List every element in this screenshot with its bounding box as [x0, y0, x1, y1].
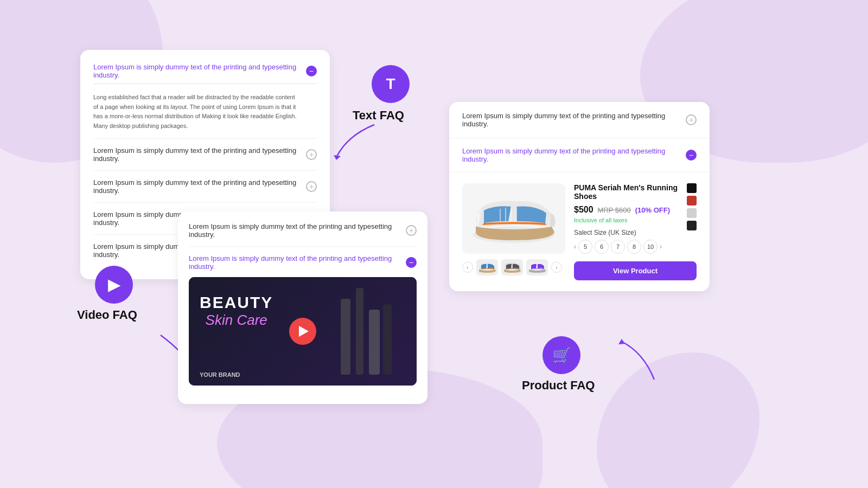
faq-item-2[interactable]: Lorem Ipsum is simply dummy text of the … [93, 139, 317, 171]
svg-rect-5 [383, 304, 392, 375]
price-current: $500 [574, 205, 593, 215]
svg-marker-6 [618, 339, 625, 344]
size-label: Salect Size (UK Size) [574, 229, 697, 236]
product-faq-item-2-active: Lorem Ipsum is simply dummy text of the … [449, 138, 710, 172]
size-btn-5[interactable]: 5 [578, 240, 592, 254]
play-triangle-icon [299, 326, 309, 337]
video-faq-card: Lorem Ipsum is simply dummy text of the … [178, 211, 427, 404]
video-faq-expand-btn-1[interactable]: + [406, 225, 417, 236]
svg-rect-4 [369, 310, 380, 375]
product-faq-question-1: Lorem Ipsum is simply dummy text of the … [462, 112, 686, 128]
product-price-row: $500 MRP $600 (10% OFF) [574, 205, 697, 215]
video-faq-question-1: Lorem Ipsum is simply dummy text of the … [189, 222, 406, 239]
color-swatch-black[interactable] [687, 183, 697, 193]
faq-item-active: Lorem Ipsum is simply dummy text of the … [93, 63, 317, 139]
faq-question-3: Lorem Ipsum is simply dummy text of the … [93, 178, 306, 195]
product-faq-collapse-btn-2[interactable]: − [686, 150, 697, 160]
video-bottles-decoration [330, 282, 395, 386]
size-btn-6[interactable]: 6 [595, 240, 609, 254]
color-swatches [687, 183, 697, 230]
faq-question-2: Lorem Ipsum is simply dummy text of the … [93, 146, 306, 163]
faq-answer-1: Long established fact that a reader will… [93, 93, 317, 131]
video-brand-text: YOUR BRAND [200, 371, 240, 378]
product-name: PUMA Seriah Men's Running Shoes [574, 183, 697, 201]
video-thumbnail: BEAUTY Skin Care YOUR BRAND [189, 277, 417, 386]
product-faq-item-1[interactable]: Lorem Ipsum is simply dummy text of the … [449, 102, 710, 138]
video-faq-collapse-btn-2[interactable]: − [406, 257, 417, 268]
size-buttons: ‹ 5 6 7 8 10 › [574, 240, 697, 254]
size-next-btn[interactable]: › [660, 243, 662, 251]
video-faq-item-1[interactable]: Lorem Ipsum is simply dummy text of the … [189, 222, 417, 247]
text-faq-arrow [331, 119, 380, 163]
color-swatch-gray[interactable] [687, 208, 697, 218]
product-faq-expand-btn-1[interactable]: + [686, 114, 697, 125]
text-icon-letter: T [386, 75, 395, 93]
price-mrp: MRP $600 [598, 206, 631, 214]
faq-expand-btn-3[interactable]: + [306, 181, 317, 192]
price-inclusive: Inclusive of all taxes [574, 217, 697, 223]
product-faq-question-2: Lorem Ipsum is simply dummy text of the … [462, 147, 686, 163]
faq-expand-btn-2[interactable]: + [306, 149, 317, 160]
thumbnail-next-btn[interactable]: › [551, 262, 562, 273]
video-title-skin: Skin Care [200, 312, 273, 329]
video-text-block: BEAUTY Skin Care [200, 293, 273, 329]
product-faq-label: Product FAQ [522, 378, 595, 393]
size-btn-8[interactable]: 8 [627, 240, 641, 254]
svg-rect-3 [356, 288, 363, 375]
text-faq-icon: T [372, 65, 410, 103]
product-faq-arrow [611, 336, 665, 385]
size-btn-10[interactable]: 10 [643, 240, 658, 254]
color-swatch-darkgray[interactable] [687, 221, 697, 230]
faq-collapse-btn-1[interactable]: − [306, 66, 317, 76]
video-icon-symbol: ▶ [108, 276, 120, 294]
view-product-button[interactable]: View Product [574, 261, 697, 280]
product-faq-icon: 🛒 [542, 336, 580, 374]
thumbnail-3[interactable] [526, 259, 548, 275]
video-faq-question-2: Lorem Ipsum is simply dummy text of the … [189, 254, 406, 271]
product-image-section: ‹ [462, 183, 565, 280]
thumbnail-2[interactable] [501, 259, 523, 275]
video-faq-icon: ▶ [95, 266, 133, 304]
color-swatch-red[interactable] [687, 196, 697, 206]
product-info: PUMA Seriah Men's Running Shoes $500 MRP… [574, 183, 697, 280]
thumbnail-1[interactable] [476, 259, 498, 275]
product-faq-active-header: Lorem Ipsum is simply dummy text of the … [462, 147, 697, 163]
product-thumbnails: ‹ [462, 259, 565, 275]
svg-rect-2 [341, 299, 350, 375]
product-card-content: ‹ [449, 172, 710, 291]
faq-item-3[interactable]: Lorem Ipsum is simply dummy text of the … [93, 171, 317, 203]
thumb-shoe-2 [502, 260, 522, 274]
faq-question-1: Lorem Ipsum is simply dummy text of the … [93, 63, 306, 79]
faq-divider [93, 84, 317, 84]
video-faq-label: Video FAQ [77, 308, 137, 322]
video-play-button[interactable] [289, 318, 316, 345]
svg-marker-0 [334, 155, 341, 160]
thumb-shoe-3 [527, 260, 547, 274]
product-main-image [462, 183, 565, 254]
price-discount: (10% OFF) [635, 206, 670, 214]
product-icon-symbol: 🛒 [552, 346, 571, 364]
shoe-illustration [465, 186, 563, 251]
video-faq-item-2-active: Lorem Ipsum is simply dummy text of the … [189, 247, 417, 393]
thumbnail-prev-btn[interactable]: ‹ [462, 262, 473, 273]
size-btn-7[interactable]: 7 [611, 240, 625, 254]
size-prev-btn[interactable]: ‹ [574, 243, 576, 251]
video-title-beauty: BEAUTY [200, 293, 273, 312]
product-faq-card: Lorem Ipsum is simply dummy text of the … [449, 102, 710, 291]
thumb-shoe-1 [477, 260, 497, 274]
